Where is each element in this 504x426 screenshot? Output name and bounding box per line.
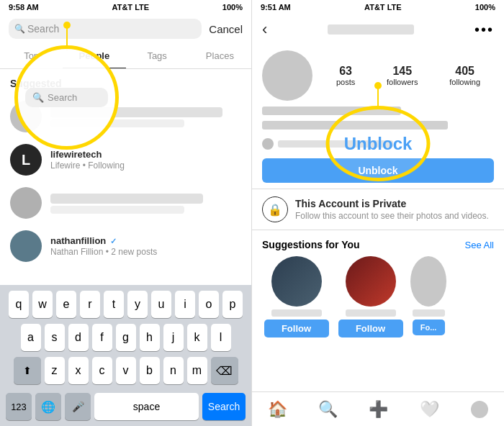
follow-button-2[interactable]: Follow bbox=[338, 320, 403, 337]
list-item[interactable]: L lifewiretech Lifewire • Following bbox=[0, 138, 251, 181]
key-shift[interactable]: ⬆ bbox=[14, 357, 41, 384]
key-u[interactable]: u bbox=[151, 291, 171, 318]
username: lifewiretech bbox=[50, 149, 241, 160]
key-o[interactable]: o bbox=[199, 291, 219, 318]
suggestion-avatar-2 bbox=[346, 256, 396, 307]
key-f[interactable]: f bbox=[92, 324, 112, 351]
nav-home[interactable]: 🏠 bbox=[268, 400, 287, 419]
profile-header: 63 posts 145 followers 405 following bbox=[252, 45, 504, 106]
suggestion-name-3 bbox=[413, 309, 445, 317]
key-e[interactable]: e bbox=[56, 291, 76, 318]
key-i[interactable]: i bbox=[175, 291, 195, 318]
tab-top[interactable]: Top bbox=[0, 43, 63, 68]
key-j[interactable]: j bbox=[163, 324, 184, 351]
key-x[interactable]: x bbox=[68, 357, 89, 384]
key-y[interactable]: y bbox=[127, 291, 148, 318]
person-info: nathanfillion ✓ Nathan Fillion • 2 new p… bbox=[50, 235, 241, 257]
tab-people[interactable]: People bbox=[63, 43, 125, 68]
suggestion-card-2: Follow bbox=[336, 256, 405, 337]
profile-nav-bar: ‹ ••• bbox=[252, 14, 504, 45]
suggestion-name-2 bbox=[346, 309, 396, 317]
following-stat[interactable]: 405 following bbox=[449, 65, 480, 86]
person-sub: Nathan Fillion • 2 new posts bbox=[50, 247, 241, 257]
key-d[interactable]: d bbox=[68, 324, 89, 351]
avatar bbox=[10, 101, 42, 132]
suggestions-header: Suggestions for You See All bbox=[252, 230, 504, 256]
key-c[interactable]: c bbox=[92, 357, 112, 384]
suggested-header: Suggested bbox=[0, 69, 251, 95]
key-space[interactable]: space bbox=[94, 393, 199, 420]
key-g[interactable]: g bbox=[116, 324, 136, 351]
tabs-bar: Top People Tags Places bbox=[0, 43, 251, 69]
followers-preview bbox=[252, 138, 504, 155]
key-w[interactable]: w bbox=[32, 291, 53, 318]
suggestions-row: Follow Follow Fo... bbox=[252, 256, 504, 337]
keyboard-search-button[interactable]: Search bbox=[202, 393, 246, 420]
more-options-button[interactable]: ••• bbox=[474, 22, 494, 38]
right-battery: 100% bbox=[475, 3, 495, 12]
key-p[interactable]: p bbox=[222, 291, 243, 318]
follow-button-3[interactable]: Fo... bbox=[413, 320, 445, 335]
keyboard-row-1: q w e r t y u i o p bbox=[3, 291, 248, 318]
key-globe[interactable]: 🌐 bbox=[35, 393, 61, 420]
list-item[interactable] bbox=[0, 181, 251, 225]
search-icon: 🔍 bbox=[14, 24, 25, 34]
nav-profile-avatar[interactable] bbox=[471, 401, 488, 418]
username: nathanfillion ✓ bbox=[50, 235, 241, 246]
profile-avatar bbox=[262, 50, 312, 101]
nav-heart[interactable]: 🤍 bbox=[420, 400, 438, 419]
avatar bbox=[10, 187, 42, 219]
posts-stat[interactable]: 63 posts bbox=[336, 65, 355, 86]
key-delete[interactable]: ⌫ bbox=[211, 357, 238, 384]
nav-add[interactable]: ➕ bbox=[369, 400, 388, 419]
key-n[interactable]: n bbox=[163, 357, 184, 384]
key-q[interactable]: q bbox=[9, 291, 29, 318]
person-info bbox=[50, 192, 241, 214]
search-input[interactable]: Search bbox=[9, 19, 202, 39]
nav-search[interactable]: 🔍 bbox=[319, 400, 338, 419]
key-r[interactable]: r bbox=[80, 291, 100, 318]
key-k[interactable]: k bbox=[187, 324, 207, 351]
list-item[interactable] bbox=[0, 95, 251, 138]
left-battery: 100% bbox=[222, 3, 243, 12]
profile-bio-blur bbox=[262, 121, 448, 130]
cancel-button[interactable]: Cancel bbox=[209, 23, 243, 35]
posts-count: 63 bbox=[339, 65, 352, 78]
key-m[interactable]: m bbox=[187, 357, 207, 384]
left-time: 9:58 AM bbox=[9, 3, 39, 12]
unblock-button[interactable]: Unblock bbox=[262, 158, 494, 183]
followers-stat[interactable]: 145 followers bbox=[387, 65, 418, 86]
key-a[interactable]: a bbox=[21, 324, 41, 351]
avatar bbox=[10, 230, 42, 262]
suggestion-card-1: Follow bbox=[262, 256, 330, 337]
back-button[interactable]: ‹ bbox=[262, 20, 267, 39]
suggestion-avatar-1 bbox=[271, 256, 322, 307]
follow-button-1[interactable]: Follow bbox=[264, 320, 329, 337]
key-s[interactable]: s bbox=[45, 324, 65, 351]
search-input-wrapper[interactable]: 🔍 Search bbox=[9, 19, 202, 39]
person-sub: Lifewire • Following bbox=[50, 160, 241, 171]
key-h[interactable]: h bbox=[140, 324, 160, 351]
key-b[interactable]: b bbox=[140, 357, 160, 384]
key-number[interactable]: 123 bbox=[6, 393, 32, 420]
list-item[interactable]: nathanfillion ✓ Nathan Fillion • 2 new p… bbox=[0, 225, 251, 268]
right-time: 9:51 AM bbox=[261, 3, 291, 12]
avatar: L bbox=[10, 144, 42, 176]
profile-fullname-blur bbox=[262, 106, 401, 115]
key-mic[interactable]: 🎤 bbox=[65, 393, 91, 420]
tab-places[interactable]: Places bbox=[189, 43, 251, 68]
person-info bbox=[50, 106, 241, 127]
profile-stats: 63 posts 145 followers 405 following bbox=[323, 65, 494, 86]
tab-tags[interactable]: Tags bbox=[126, 43, 189, 68]
suggestion-card-3: Fo... bbox=[410, 256, 446, 337]
key-v[interactable]: v bbox=[116, 357, 136, 384]
key-z[interactable]: z bbox=[45, 357, 65, 384]
followers-label: followers bbox=[387, 78, 418, 86]
person-list: L lifewiretech Lifewire • Following nath… bbox=[0, 95, 251, 285]
key-l[interactable]: l bbox=[211, 324, 231, 351]
followers-count: 145 bbox=[392, 65, 412, 78]
key-t[interactable]: t bbox=[104, 291, 124, 318]
right-panel: 9:51 AM AT&T LTE 100% ‹ ••• 63 posts 145… bbox=[252, 0, 504, 426]
see-all-link[interactable]: See All bbox=[465, 240, 494, 250]
left-status-bar: 9:58 AM AT&T LTE 100% bbox=[0, 0, 251, 14]
